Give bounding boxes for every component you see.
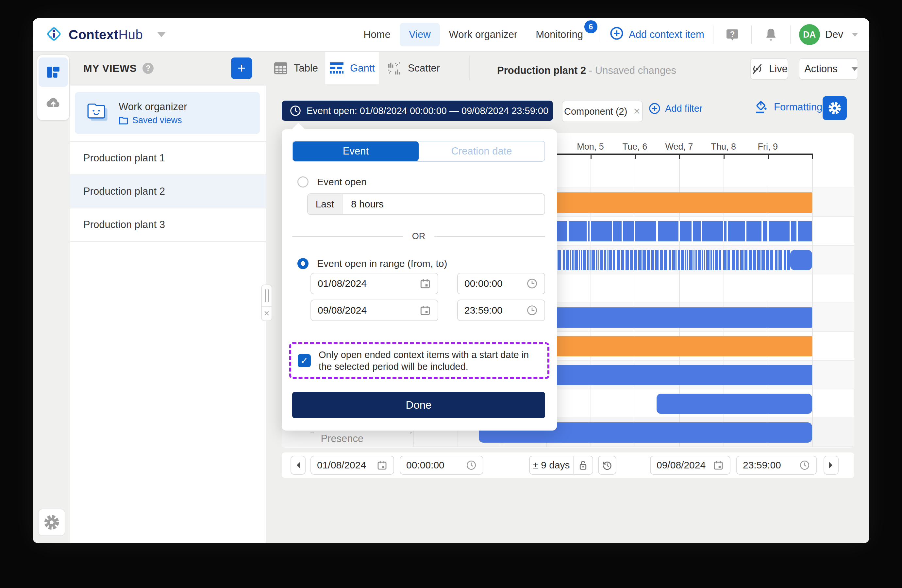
gantt-bar[interactable] — [790, 250, 812, 270]
brand-caret-icon[interactable] — [157, 32, 166, 37]
range-to-date-field[interactable]: 09/08/2024 — [650, 456, 730, 475]
live-toggle-button[interactable]: Live — [750, 58, 788, 80]
tab-scatter[interactable]: Scatter — [384, 52, 443, 84]
popup-tab-bar: Event Creation date — [292, 141, 545, 162]
from-time-input[interactable]: 00:00:00 — [457, 273, 545, 294]
to-time-input[interactable]: 23:59:00 — [457, 300, 545, 321]
radio-selected-icon[interactable] — [298, 258, 308, 269]
nav-item-view[interactable]: View — [400, 23, 440, 46]
user-avatar[interactable]: DA — [799, 24, 820, 45]
view-item-production-plant-2[interactable]: Production plant 2 — [70, 175, 266, 208]
day-label: Tue, 6 — [623, 142, 647, 152]
event-open-option[interactable]: Event open — [298, 177, 367, 188]
tab-creation-date[interactable]: Creation date — [419, 141, 545, 161]
divider — [713, 25, 713, 44]
last-label: Last — [308, 194, 343, 214]
sidebar: Work organizer Saved views Production pl… — [70, 86, 266, 543]
event-open-in-range-option[interactable]: Event open in range (from, to) — [298, 258, 448, 269]
add-view-button[interactable]: + — [231, 58, 252, 79]
add-filter-button[interactable]: Add filter — [649, 103, 702, 114]
chevron-left-icon — [295, 461, 301, 469]
open-ended-checkbox[interactable]: ✓ — [298, 354, 311, 367]
axis-tick — [768, 153, 769, 159]
rail-views-button[interactable] — [39, 58, 68, 87]
navbar-right: Home View Work organizer Monitoring 6 Ad… — [354, 23, 869, 46]
actions-caret-icon — [851, 67, 858, 71]
brand-logo[interactable]: ContextHub — [33, 25, 166, 44]
tab-gantt[interactable]: Gantt — [325, 52, 379, 84]
clock-icon — [290, 105, 301, 117]
range-back-button[interactable] — [291, 456, 305, 475]
range-forward-button[interactable] — [824, 456, 839, 475]
tab-table[interactable]: Table — [272, 52, 320, 84]
to-date-input[interactable]: 09/08/2024 — [310, 300, 438, 321]
event-filter-pill[interactable]: Event open: 01/08/2024 00:00:00 — 09/08/… — [282, 101, 553, 121]
done-button[interactable]: Done — [292, 392, 545, 418]
brand-name: ContextHub — [69, 27, 143, 42]
collapse-sidebar-icon[interactable]: ✕ — [262, 307, 272, 321]
axis-tick — [679, 153, 680, 159]
views-list: Production plant 1 Production plant 2 Pr… — [70, 141, 266, 242]
nav-item-monitoring[interactable]: Monitoring 6 — [526, 23, 592, 46]
from-date-input[interactable]: 01/08/2024 — [310, 273, 438, 294]
sidebar-resize-handle[interactable]: ✕ — [261, 285, 272, 321]
sidebar-help-icon[interactable]: ? — [143, 63, 153, 74]
range-from-time-field[interactable]: 00:00:00 — [400, 456, 483, 475]
calendar-icon — [419, 305, 431, 316]
svg-text:?: ? — [730, 30, 735, 39]
range-from-date-field[interactable]: 01/08/2024 — [310, 456, 394, 475]
remove-filter-icon[interactable]: ✕ — [633, 106, 640, 117]
add-context-item-button[interactable]: Add context item — [610, 27, 704, 43]
calendar-icon — [713, 460, 724, 471]
user-menu-caret-icon[interactable] — [852, 33, 858, 37]
nav-item-work-organizer[interactable]: Work organizer — [440, 23, 527, 46]
open-ended-items-highlight: ✓ Only open ended context items with a s… — [289, 342, 550, 379]
day-gridline — [812, 160, 813, 447]
rail-cloud-upload-button[interactable] — [39, 88, 68, 117]
view-item-production-plant-3[interactable]: Production plant 3 — [70, 208, 266, 242]
work-organizer-card[interactable]: Work organizer Saved views — [75, 92, 260, 134]
actions-button[interactable]: Actions — [799, 58, 858, 80]
axis-tick — [812, 153, 813, 159]
folder-smiley-icon — [87, 101, 110, 125]
settings-gear-button[interactable] — [38, 508, 65, 536]
view-item-production-plant-1[interactable]: Production plant 1 — [70, 141, 266, 175]
formatting-button[interactable]: Formatting — [754, 100, 822, 114]
day-label: Wed, 7 — [666, 142, 693, 152]
divider — [790, 25, 791, 44]
lock-range-icon[interactable] — [573, 460, 592, 471]
range-span-button[interactable]: ± 9 days — [529, 456, 593, 475]
component-filter-pill[interactable]: Component (2) ✕ — [562, 101, 643, 122]
gantt-icon — [329, 62, 344, 75]
axis-tick — [635, 153, 636, 159]
view-settings-gear-button[interactable] — [822, 96, 847, 120]
live-off-icon — [751, 63, 764, 75]
gantt-range-bar: 01/08/2024 00:00:00 ± 9 days 09/08/2024 — [282, 452, 854, 478]
range-to-time-field[interactable]: 23:59:00 — [736, 456, 817, 475]
open-ended-checkbox-label: Only open ended context items with a sta… — [319, 349, 541, 373]
help-button[interactable]: ? — [722, 24, 743, 45]
last-value[interactable]: 8 hours — [343, 194, 384, 214]
axis-tick — [723, 153, 725, 159]
clock-icon — [466, 460, 477, 471]
work-organizer-title: Work organizer — [119, 101, 187, 113]
radio-unselected-icon[interactable] — [298, 177, 308, 188]
day-label: Thu, 8 — [711, 142, 736, 152]
divider — [601, 25, 601, 44]
monitoring-badge: 6 — [584, 20, 597, 33]
last-duration-input[interactable]: Last 8 hours — [307, 193, 545, 215]
divider — [292, 340, 545, 340]
scatter-icon — [387, 61, 402, 75]
drag-grip-icon[interactable] — [262, 285, 272, 307]
clock-icon — [799, 460, 810, 471]
notifications-bell-icon[interactable] — [761, 24, 781, 45]
reset-range-history-button[interactable] — [598, 456, 616, 475]
nav-item-home[interactable]: Home — [354, 23, 400, 46]
folder-icon — [119, 116, 128, 125]
gantt-bar[interactable] — [656, 394, 812, 414]
plus-circle-icon — [649, 103, 661, 114]
day-label: Fri, 9 — [758, 142, 778, 152]
saved-views-link[interactable]: Saved views — [119, 115, 187, 125]
tab-event[interactable]: Event — [293, 141, 419, 161]
chevron-right-icon — [828, 461, 834, 469]
